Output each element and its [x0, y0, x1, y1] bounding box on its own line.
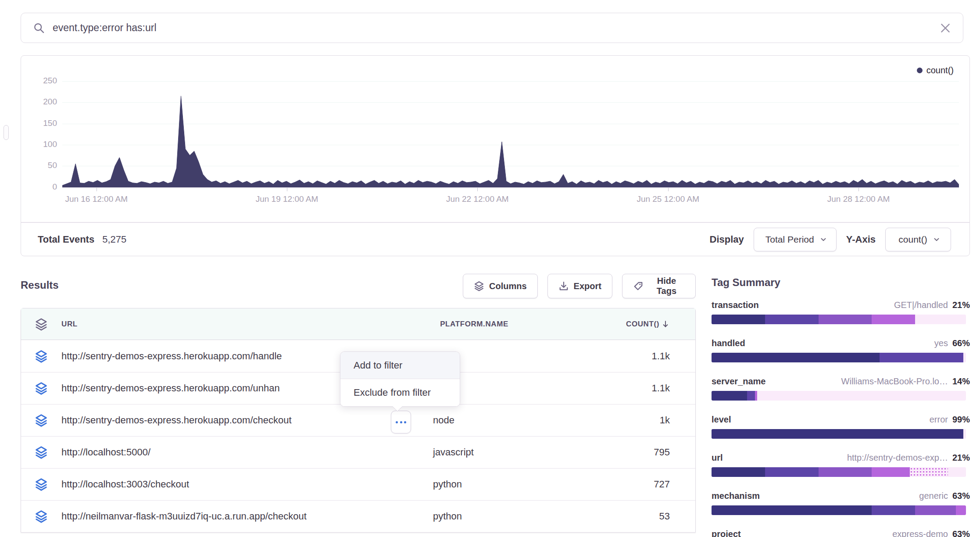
url-cell[interactable]: http://localhost:5000/ [61, 447, 395, 458]
tag-top-value[interactable]: express-demo [892, 529, 948, 537]
table-header-row: URL PLATFORM.NAME COUNT() [21, 308, 695, 340]
count-cell[interactable]: 1.1k [553, 351, 683, 362]
tag-bar-segment[interactable] [712, 353, 880, 362]
row-stack-icon[interactable] [21, 510, 61, 523]
row-stack-icon[interactable] [21, 382, 61, 395]
display-select[interactable]: Total Period [754, 228, 837, 251]
x-axis-tick [668, 188, 669, 191]
platform-cell[interactable]: node [395, 415, 553, 426]
row-stack-icon[interactable] [21, 414, 61, 427]
tag-bar-segment[interactable] [872, 505, 915, 515]
column-header-platform[interactable]: PLATFORM.NAME [395, 320, 553, 329]
tag-name[interactable]: url [712, 453, 723, 463]
tag-name[interactable]: mechanism [712, 491, 760, 501]
tag-distribution-bar[interactable] [712, 429, 966, 439]
chart-legend[interactable]: count() [917, 65, 954, 75]
row-stack-icon[interactable] [21, 478, 61, 491]
tag-top-value[interactable]: yes [934, 338, 948, 348]
menu-item-exclude-from-filter[interactable]: Exclude from filter [340, 379, 460, 406]
tag-bar-segment[interactable] [765, 467, 819, 477]
columns-button[interactable]: Columns [463, 274, 538, 298]
tag-distribution-bar[interactable] [712, 505, 966, 515]
tag-name[interactable]: transaction [712, 300, 759, 310]
tag-bar-segment[interactable] [712, 429, 963, 439]
hide-tags-button[interactable]: Hide Tags [622, 274, 696, 298]
count-cell[interactable]: 1k [553, 415, 683, 426]
tag-top-value[interactable]: generic [919, 491, 948, 501]
tag-bar-segment[interactable] [915, 315, 966, 324]
count-cell[interactable]: 53 [553, 511, 683, 522]
tag-bar-segment[interactable] [819, 315, 872, 324]
tag-name[interactable]: level [712, 415, 731, 425]
x-axis-tick-label: Jun 16 12:00 AM [48, 194, 145, 204]
tag-bar-segment[interactable] [712, 505, 872, 515]
tag-top-value[interactable]: Williams-MacBook-Pro.lo… [841, 376, 948, 387]
tag-bar-segment[interactable] [880, 353, 963, 362]
url-cell[interactable]: http://sentry-demos-express.herokuapp.co… [61, 415, 395, 426]
search-input[interactable]: event.type:error has:url [53, 22, 940, 34]
x-axis-tick-label: Jun 28 12:00 AM [810, 194, 907, 204]
tag-name[interactable]: handled [712, 338, 745, 348]
tag-top-value[interactable]: http://sentry-demos-exp… [847, 453, 948, 463]
tag-top-percentage: 99% [952, 415, 970, 425]
export-button[interactable]: Export [547, 274, 612, 298]
tag-top-value[interactable]: error [930, 415, 948, 425]
clear-search-button[interactable] [940, 23, 951, 33]
tag-bar-segment[interactable] [915, 505, 956, 515]
tag-bar-segment[interactable] [963, 353, 966, 362]
tag-row-level: level error 99% [712, 415, 970, 439]
url-cell[interactable]: http://neilmanvar-flask-m3uuizd7iq-uc.a.… [61, 511, 395, 522]
tag-bar-segment[interactable] [872, 315, 915, 324]
tag-distribution-bar[interactable] [712, 467, 966, 477]
tag-bar-segment[interactable] [819, 467, 872, 477]
search-icon [33, 22, 45, 34]
x-axis-tick-label: Jun 22 12:00 AM [429, 194, 526, 204]
slideout-handle[interactable] [4, 125, 9, 140]
results-heading: Results [21, 279, 59, 291]
row-stack-icon[interactable] [21, 350, 61, 363]
events-chart-panel: count() 250200150100500 Jun 16 12:00 AMJ… [21, 55, 970, 256]
yaxis-select[interactable]: count() [885, 228, 951, 251]
chart-footer: Total Events 5,275 Display Total Period … [21, 222, 969, 256]
tag-name[interactable]: server_name [712, 376, 765, 387]
tag-bar-segment[interactable] [872, 467, 910, 477]
tag-bar-segment[interactable] [712, 315, 765, 324]
table-row[interactable]: http://localhost:5000/ javascript 795 [21, 436, 695, 468]
table-row[interactable]: http://localhost:3003/checkout python 72… [21, 468, 695, 500]
tag-bar-segment[interactable] [963, 429, 966, 439]
tag-bar-segment[interactable] [948, 467, 966, 477]
tag-bar-segment[interactable] [956, 505, 966, 515]
search-bar[interactable]: event.type:error has:url [21, 13, 963, 43]
table-row[interactable]: http://sentry-demos-express.herokuapp.co… [21, 404, 695, 436]
count-cell[interactable]: 1.1k [553, 383, 683, 394]
tag-distribution-bar[interactable] [712, 391, 966, 401]
yaxis-selected-value: count() [898, 234, 927, 245]
tag-bar-segment[interactable] [712, 467, 765, 477]
tag-bar-segment[interactable] [712, 391, 747, 401]
platform-cell[interactable]: python [395, 479, 553, 490]
platform-cell[interactable]: javascript [395, 447, 553, 458]
chevron-down-icon [819, 236, 827, 243]
menu-item-add-to-filter[interactable]: Add to filter [340, 352, 460, 379]
count-cell[interactable]: 795 [553, 447, 683, 458]
count-cell[interactable]: 727 [553, 479, 683, 490]
tag-bar-segment[interactable] [757, 391, 966, 401]
tag-bar-segment[interactable] [747, 391, 755, 401]
tag-distribution-bar[interactable] [712, 353, 966, 362]
table-row[interactable]: http://neilmanvar-flask-m3uuizd7iq-uc.a.… [21, 500, 695, 532]
row-stack-icon[interactable] [21, 446, 61, 459]
tag-distribution-bar[interactable] [712, 315, 966, 324]
tag-top-value[interactable]: GET|/handled [894, 300, 948, 310]
column-header-count[interactable]: COUNT() [553, 320, 683, 329]
url-cell[interactable]: http://localhost:3003/checkout [61, 479, 395, 490]
platform-cell[interactable]: python [395, 511, 553, 522]
column-header-url[interactable]: URL [61, 320, 395, 329]
stack-icon[interactable] [21, 318, 61, 331]
tag-bar-segment[interactable] [765, 315, 819, 324]
y-axis-tick-label: 100 [25, 140, 57, 149]
tag-bar-segment-other[interactable] [910, 467, 948, 477]
legend-series-dot-icon [917, 68, 923, 73]
tag-name[interactable]: project [712, 529, 741, 537]
cell-actions-button[interactable] [391, 411, 411, 433]
column-header-count-label: COUNT() [626, 320, 659, 329]
